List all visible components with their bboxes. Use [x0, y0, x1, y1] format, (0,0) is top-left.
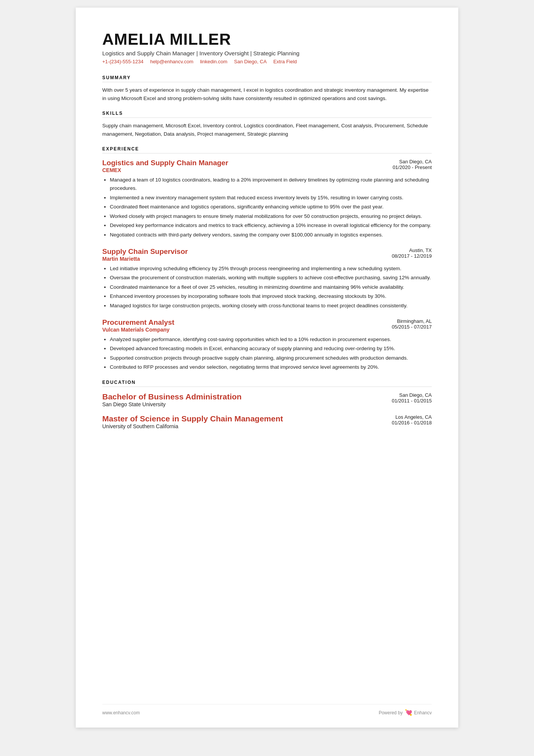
experience-label: EXPERIENCE	[102, 146, 432, 153]
contact-phone: +1-(234)-555-1234	[102, 59, 144, 64]
heart-icon: 💘	[405, 709, 412, 716]
job-2-left: Supply Chain Supervisor Martin Marietta	[102, 247, 188, 265]
job-1-title: Logistics and Supply Chain Manager	[102, 159, 228, 167]
contact-location: San Diego, CA	[234, 59, 267, 64]
job-2: Supply Chain Supervisor Martin Marietta …	[102, 247, 432, 310]
degree-1-location: San Diego, CA	[392, 392, 432, 398]
degree-1-left: Bachelor of Business Administration San …	[102, 392, 242, 407]
resume-header: AMELIA MILLER Logistics and Supply Chain…	[102, 30, 432, 64]
candidate-name: AMELIA MILLER	[102, 30, 432, 49]
list-item: Managed a team of 10 logistics coordinat…	[110, 176, 432, 192]
degree-1-location-date: San Diego, CA 01/2011 - 01/2015	[392, 392, 432, 404]
degree-1-title: Bachelor of Business Administration	[102, 392, 242, 401]
job-3-bullets: Analyzed supplier performance, identifyi…	[102, 335, 432, 371]
skills-label: SKILLS	[102, 111, 432, 118]
job-1-header: Logistics and Supply Chain Manager CEMEX…	[102, 159, 432, 176]
job-1: Logistics and Supply Chain Manager CEMEX…	[102, 159, 432, 239]
degree-2-date: 01/2016 - 01/2018	[392, 420, 432, 426]
list-item: Managed logistics for large construction…	[110, 302, 432, 310]
contact-line: +1-(234)-555-1234 help@enhancv.com linke…	[102, 59, 432, 64]
contact-extra: Extra Field	[273, 59, 297, 64]
job-3-company: Vulcan Materials Company	[102, 327, 174, 333]
degree-1-institution: San Diego State University	[102, 401, 242, 407]
degree-2-title: Master of Science in Supply Chain Manage…	[102, 414, 283, 423]
list-item: Supported construction projects through …	[110, 354, 432, 362]
job-3-left: Procurement Analyst Vulcan Materials Com…	[102, 318, 174, 335]
summary-text: With over 5 years of experience in suppl…	[102, 86, 432, 102]
list-item: Enhanced inventory processes by incorpor…	[110, 292, 432, 301]
job-2-location: Austin, TX	[392, 247, 432, 253]
job-1-company: CEMEX	[102, 167, 228, 173]
list-item: Developed advanced forecasting models in…	[110, 344, 432, 353]
list-item: Coordinated fleet maintenance and logist…	[110, 203, 432, 211]
footer-brand: Powered by 💘 Enhancv	[379, 709, 432, 716]
list-item: Coordinated maintenance for a fleet of o…	[110, 283, 432, 291]
degree-1-header: Bachelor of Business Administration San …	[102, 392, 432, 407]
degree-2-institution: University of Southern California	[102, 423, 283, 429]
degree-2-left: Master of Science in Supply Chain Manage…	[102, 414, 283, 429]
summary-section: SUMMARY With over 5 years of experience …	[102, 75, 432, 102]
experience-section: EXPERIENCE Logistics and Supply Chain Ma…	[102, 146, 432, 371]
list-item: Analyzed supplier performance, identifyi…	[110, 335, 432, 344]
contact-linkedin[interactable]: linkedin.com	[200, 59, 227, 64]
summary-label: SUMMARY	[102, 75, 432, 82]
brand-name: Enhancv	[414, 710, 432, 715]
job-2-header: Supply Chain Supervisor Martin Marietta …	[102, 247, 432, 265]
job-1-location: San Diego, CA	[393, 159, 432, 164]
job-3-header: Procurement Analyst Vulcan Materials Com…	[102, 318, 432, 335]
job-3-location: Birmingham, AL	[392, 318, 432, 324]
job-1-bullets: Managed a team of 10 logistics coordinat…	[102, 176, 432, 239]
skills-section: SKILLS Supply chain management, Microsof…	[102, 111, 432, 138]
job-3: Procurement Analyst Vulcan Materials Com…	[102, 318, 432, 371]
degree-1: Bachelor of Business Administration San …	[102, 392, 432, 407]
job-3-title: Procurement Analyst	[102, 318, 174, 327]
job-2-title: Supply Chain Supervisor	[102, 247, 188, 256]
job-2-date: 08/2017 - 12/2019	[392, 253, 432, 259]
page-footer: www.enhancv.com Powered by 💘 Enhancv	[102, 704, 432, 716]
list-item: Contributed to RFP processes and vendor …	[110, 363, 432, 371]
education-label: EDUCATION	[102, 380, 432, 387]
job-2-location-date: Austin, TX 08/2017 - 12/2019	[392, 247, 432, 259]
degree-2: Master of Science in Supply Chain Manage…	[102, 414, 432, 429]
job-3-date: 05/2015 - 07/2017	[392, 324, 432, 330]
skills-text: Supply chain management, Microsoft Excel…	[102, 122, 432, 138]
list-item: Led initiative improving scheduling effi…	[110, 265, 432, 273]
list-item: Oversaw the procurement of construction …	[110, 274, 432, 282]
degree-2-header: Master of Science in Supply Chain Manage…	[102, 414, 432, 429]
education-section: EDUCATION Bachelor of Business Administr…	[102, 380, 432, 429]
job-2-company: Martin Marietta	[102, 256, 188, 262]
footer-website: www.enhancv.com	[102, 710, 140, 715]
enhancv-logo: 💘 Enhancv	[405, 709, 432, 716]
resume-page: AMELIA MILLER Logistics and Supply Chain…	[76, 8, 458, 728]
job-2-bullets: Led initiative improving scheduling effi…	[102, 265, 432, 310]
list-item: Worked closely with project managers to …	[110, 212, 432, 221]
list-item: Developed key performance indicators and…	[110, 221, 432, 230]
job-3-location-date: Birmingham, AL 05/2015 - 07/2017	[392, 318, 432, 330]
candidate-tagline: Logistics and Supply Chain Manager | Inv…	[102, 50, 432, 56]
job-1-left: Logistics and Supply Chain Manager CEMEX	[102, 159, 228, 176]
job-1-location-date: San Diego, CA 01/2020 - Present	[393, 159, 432, 170]
contact-email[interactable]: help@enhancv.com	[150, 59, 193, 64]
powered-by-text: Powered by	[379, 710, 403, 715]
degree-2-location-date: Los Angeles, CA 01/2016 - 01/2018	[392, 414, 432, 426]
job-1-date: 01/2020 - Present	[393, 164, 432, 170]
list-item: Negotiated contracts with third-party de…	[110, 231, 432, 239]
degree-2-location: Los Angeles, CA	[392, 414, 432, 420]
degree-1-date: 01/2011 - 01/2015	[392, 398, 432, 404]
list-item: Implemented a new inventory management s…	[110, 194, 432, 202]
